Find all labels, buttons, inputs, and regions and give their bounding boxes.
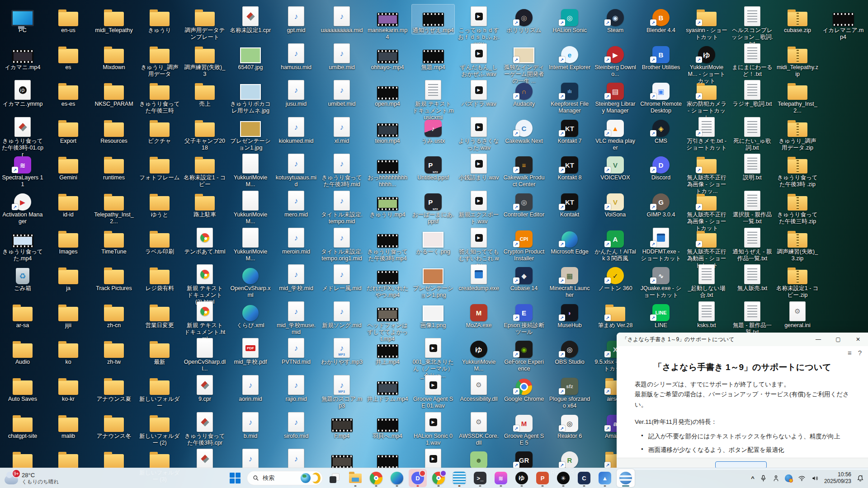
desktop-icon[interactable]: teion.mp4 — [366, 115, 409, 145]
desktop-icon[interactable]: A↗かんたん！AITalk 3 関西風 — [594, 226, 637, 262]
desktop-icon[interactable]: ▶こってゅｈｄすおｆｄｓｂふぉ.wav — [458, 5, 500, 47]
desktop-icon[interactable]: ▶HALion Sonic 01.wav — [412, 410, 454, 446]
taskbar-terminal[interactable]: >_ — [471, 469, 489, 487]
desktop-icon[interactable]: アナウンス夏 — [93, 373, 135, 403]
desktop-icon[interactable]: 画像1.png — [412, 300, 454, 329]
desktop-icon[interactable]: ▶ずんだもん_しおかぜふ.wav — [458, 42, 500, 78]
desktop-icon[interactable]: 名称未設定1.cpr — [229, 5, 272, 34]
desktop-icon[interactable]: ▶パズドラ.wav — [458, 78, 500, 108]
desktop-icon[interactable]: 名称未設定1 - コピー — [184, 152, 226, 188]
desktop-icon[interactable]: ksks.txt — [685, 300, 728, 329]
desktop-icon[interactable]: Track Pictures — [93, 263, 135, 292]
desktop-icon[interactable]: ◎↗ポリリリズム — [503, 5, 545, 34]
desktop-icon[interactable]: 無人販売.txt — [731, 263, 774, 292]
desktop-icon[interactable]: テンポあて.html — [184, 226, 226, 255]
desktop-icon[interactable]: 営業日変更 — [138, 300, 181, 329]
desktop-icon[interactable]: まにまにわーるど！.txt — [731, 42, 774, 78]
desktop-icon[interactable]: GR↗ — [503, 447, 545, 469]
desktop-icon[interactable]: KT↗Kontakt 8 — [548, 152, 591, 181]
desktop-icon[interactable]: 通知うぜえ - 親作品一覧.txt — [731, 226, 774, 262]
desktop-icon[interactable]: ∿↗JQuake.exe - ショートカット — [640, 263, 682, 299]
desktop-icon[interactable]: ◎↗HALion Sonic — [548, 5, 591, 34]
desktop-icon[interactable]: ▣↗Chrome Remote Desktop — [640, 78, 682, 114]
taskbar-chatgpt[interactable]: ✳ — [554, 469, 572, 487]
desktop-icon[interactable]: PDFmid_学校.pdf — [229, 336, 272, 366]
taskbar-chrome-profile[interactable] — [429, 469, 448, 487]
desktop-icon[interactable]: 名称未設定1 - コピー.zip — [776, 263, 819, 299]
app-blueball-icon[interactable] — [785, 474, 793, 482]
desktop-icon[interactable]: きゅうりポカコレ用サムネ.jpg — [229, 78, 272, 114]
desktop-icon[interactable]: 9.cpr — [184, 373, 226, 403]
desktop-icon[interactable]: NKSC_PARAM — [93, 78, 135, 108]
taskbar-voicevox[interactable] — [617, 469, 635, 487]
desktop-icon[interactable]: OpenCvSharp.dll... — [184, 336, 226, 372]
desktop-icon[interactable]: Images — [47, 226, 90, 255]
desktop-icon[interactable]: 無題 - 親作品一覧.txt — [731, 300, 774, 336]
desktop-icon[interactable]: ✓↗ノートン 360 — [594, 263, 637, 292]
desktop-icon[interactable]: ♪mid_学校muse.mid — [275, 300, 317, 336]
desktop-icon[interactable]: 路上駐車 — [184, 189, 226, 218]
desktop-icon[interactable]: ↗筆まめ Ver.28 — [594, 300, 637, 329]
taskbar-edge[interactable] — [388, 469, 406, 487]
desktop-icon[interactable]: ラジオ_歌詞.txt — [731, 78, 774, 108]
desktop-icon[interactable]: 調声練習(失敗)_3.zip — [776, 226, 819, 262]
desktop-icon[interactable]: プレゼンテーション1.jpg — [229, 115, 272, 151]
desktop-icon[interactable]: F.mp4 — [321, 410, 363, 440]
taskbar-musescore[interactable]: ≋ — [492, 469, 510, 487]
desktop-icon[interactable]: ゆYukkuriMovieM... — [458, 336, 500, 372]
desktop-icon[interactable]: きゅうり食ってた.mp4 — [1, 226, 44, 262]
desktop-icon[interactable]: open.mp4 — [366, 78, 409, 108]
desktop-icon[interactable]: zh-cn — [93, 300, 135, 329]
desktop-icon[interactable] — [1, 447, 44, 469]
desktop-icon[interactable]: E↗Epson 接続診断ツール — [503, 300, 545, 336]
taskbar-start-button[interactable] — [226, 469, 244, 487]
desktop-icon[interactable]: かるーく.png — [412, 226, 454, 255]
desktop-icon[interactable]: ↗Google Chrome — [503, 373, 545, 403]
desktop-icon[interactable]: PNT2Untitled.ppsf — [412, 152, 454, 181]
desktop-icon[interactable]: midi_Telepathy.zip — [776, 42, 819, 78]
desktop-icon[interactable]: きゅうり食ってた午後3時.mp4 — [366, 226, 409, 262]
desktop-icon[interactable]: ◉↗Steam — [594, 5, 637, 34]
desktop-icon[interactable]: createdump.exe — [458, 263, 500, 292]
taskbar-task-view-button[interactable] — [326, 469, 344, 487]
desktop-icon[interactable]: ◗↗MuseHub — [548, 300, 591, 329]
desktop-icon[interactable]: ♪b.mid — [229, 410, 272, 440]
desktop-icon[interactable]: 売上 — [184, 78, 226, 108]
desktop-icon[interactable]: きゅうり食ってた午後三時 — [138, 78, 181, 114]
desktop-icon[interactable]: 選択肢 - 親作品一覧.txt — [731, 189, 774, 225]
desktop-icon[interactable]: Gemini — [47, 152, 90, 181]
desktop-icon[interactable] — [93, 447, 135, 469]
weather-widget[interactable]: 9+ 28°C くもりのち晴れ — [5, 469, 59, 487]
accessibility-person-icon[interactable] — [772, 474, 780, 482]
hidden-icons-chevron[interactable]: ^ — [751, 475, 755, 482]
notification-bell-icon[interactable]: z — [856, 474, 864, 482]
desktop-icon[interactable]: ♪hamusu.mid — [275, 42, 317, 71]
dialog-titlebar[interactable]: 「さよなら手書き 1～9」のサポートについて — ▢ ✕ — [617, 333, 868, 346]
desktop-icon[interactable]: 調声練習(失敗)_3 — [184, 42, 226, 78]
desktop-icon[interactable]: ∩↗Audacity — [503, 78, 545, 108]
maximize-button[interactable]: ▢ — [828, 333, 848, 346]
desktop-icon[interactable]: ◈↗CMS — [640, 115, 682, 145]
desktop-icon[interactable]: Export — [47, 115, 90, 145]
desktop-icon[interactable]: ♪うみ.ustx — [412, 115, 454, 145]
desktop-icon[interactable]: 新しいフォルダー (2) — [138, 410, 181, 446]
desktop-icon[interactable]: 65407.jpg — [229, 42, 272, 71]
desktop-icon[interactable]: ◎↗OBS Studio — [548, 336, 591, 366]
desktop-icon[interactable]: 新規 テキスト ドキュメント.musicxml — [412, 78, 454, 121]
desktop-icon[interactable]: きゅうり — [138, 5, 181, 34]
desktop-icon[interactable]: cubase.zip — [776, 5, 819, 34]
desktop-icon[interactable]: ko — [47, 336, 90, 366]
desktop-icon[interactable]: ▤↗Steinberg Library Manager — [594, 78, 637, 114]
taskbar-powerpoint[interactable]: P — [533, 469, 552, 487]
desktop-icon[interactable]: TimeTune — [93, 226, 135, 255]
desktop-icon[interactable]: ja — [47, 263, 90, 292]
taskbar-search-box[interactable]: 検索 — [247, 469, 323, 487]
desktop-icon[interactable]: Audio — [1, 336, 44, 366]
desktop-icon[interactable]: ♪メドレー風.mid — [321, 263, 363, 292]
desktop-icon[interactable]: PC — [1, 5, 44, 34]
desktop-icon[interactable]: だれだFXいれたやつ.mp4 — [366, 263, 409, 299]
desktop-icon[interactable]: Mixdown — [93, 42, 135, 71]
desktop-icon[interactable]: ▶新規エクスポート.wav — [458, 189, 500, 225]
desktop-icon[interactable]: jijii — [47, 300, 90, 329]
desktop-icon[interactable]: ♪MP3無題のスコア.mp3 — [321, 373, 363, 409]
